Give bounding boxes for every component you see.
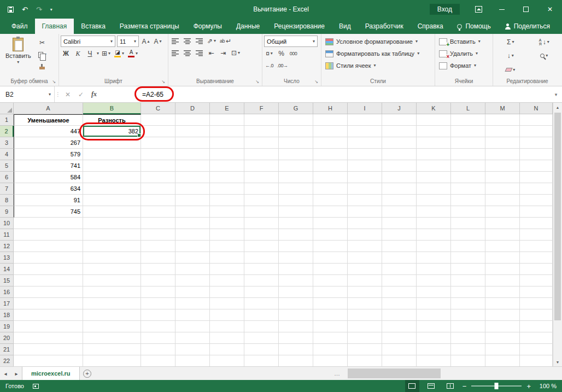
cell-F2[interactable] [244,126,279,137]
cell-L5[interactable] [451,160,485,172]
cell-N11[interactable] [520,229,553,241]
normal-view-button[interactable] [405,380,419,392]
cell-A13[interactable] [14,252,83,264]
cell-C15[interactable] [141,275,175,286]
fill-color-button[interactable]: ◪ ▾ [113,48,125,59]
cell-B7[interactable] [83,183,141,195]
cell-G12[interactable] [279,241,313,252]
cell-N5[interactable] [520,160,553,172]
cell-N4[interactable] [520,149,553,160]
cell-G20[interactable] [279,332,313,344]
cell-J11[interactable] [382,229,417,241]
bold-button[interactable]: Ж [61,48,71,59]
tab-scroll-splitter[interactable]: … [331,367,343,380]
cell-D18[interactable] [175,309,210,321]
cell-F1[interactable] [244,114,279,126]
cell-I11[interactable] [348,229,382,241]
cell-E21[interactable] [210,344,244,355]
column-header-F[interactable]: F [244,103,279,114]
insert-function-button[interactable]: fx [87,86,101,102]
cell-C2[interactable] [141,126,175,137]
cell-F7[interactable] [244,183,279,195]
sheet-nav-left-icon[interactable]: ◂ [0,367,11,380]
cell-I1[interactable] [348,114,382,126]
cell-G14[interactable] [279,264,313,275]
cell-D11[interactable] [175,229,210,241]
decrease-indent-button[interactable]: ⇤ [206,48,216,58]
cell-L2[interactable] [451,126,485,137]
cell-F11[interactable] [244,229,279,241]
cell-M15[interactable] [485,275,520,286]
font-dialog-launcher-icon[interactable]: ↘ [161,80,165,84]
cell-M19[interactable] [485,321,520,332]
save-icon[interactable] [8,7,14,13]
cell-F21[interactable] [244,344,279,355]
cell-E17[interactable] [210,298,244,309]
cell-B2[interactable]: 382 [83,126,141,137]
cell-I6[interactable] [348,172,382,183]
cell-H12[interactable] [313,241,348,252]
cell-D2[interactable] [175,126,210,137]
cell-K1[interactable] [417,114,451,126]
cell-J22[interactable] [382,355,417,366]
cell-I16[interactable] [348,286,382,298]
cell-E12[interactable] [210,241,244,252]
italic-button[interactable]: К [73,48,83,59]
sign-in-button[interactable]: Вход [430,4,460,15]
cell-D19[interactable] [175,321,210,332]
share-button[interactable]: Поделиться [500,22,555,30]
macro-record-icon[interactable] [33,384,39,389]
cell-E11[interactable] [210,229,244,241]
cell-B11[interactable] [83,229,141,241]
cell-J18[interactable] [382,309,417,321]
cell-E18[interactable] [210,309,244,321]
row-header-20[interactable]: 20 [0,332,14,344]
comma-style-button[interactable]: 000 [288,48,298,59]
cell-A5[interactable]: 741 [14,160,83,172]
zoom-level[interactable]: 100 % [536,383,557,389]
cell-D3[interactable] [175,137,210,149]
cell-G13[interactable] [279,252,313,264]
cell-A17[interactable] [14,298,83,309]
cell-B9[interactable] [83,206,141,218]
cell-K14[interactable] [417,264,451,275]
cell-B1[interactable]: Разность [83,114,141,126]
cell-K8[interactable] [417,195,451,206]
cell-H6[interactable] [313,172,348,183]
cell-F12[interactable] [244,241,279,252]
cell-A15[interactable] [14,275,83,286]
cell-B12[interactable] [83,241,141,252]
cell-G1[interactable] [279,114,313,126]
cell-J8[interactable] [382,195,417,206]
cell-A14[interactable] [14,264,83,275]
cell-N12[interactable] [520,241,553,252]
tab-insert[interactable]: Вставка [74,19,113,34]
cell-E7[interactable] [210,183,244,195]
cell-D10[interactable] [175,218,210,229]
cell-H2[interactable] [313,126,348,137]
cell-J6[interactable] [382,172,417,183]
column-header-I[interactable]: I [348,103,382,114]
format-cells-button[interactable]: Формат ▾ [437,60,491,72]
cell-M16[interactable] [485,286,520,298]
minimize-button[interactable] [490,0,514,19]
cell-H21[interactable] [313,344,348,355]
cell-A8[interactable]: 91 [14,195,83,206]
cell-K10[interactable] [417,218,451,229]
zoom-in-button[interactable]: + [526,383,531,390]
cell-L18[interactable] [451,309,485,321]
select-all-button[interactable] [0,103,14,114]
cell-M14[interactable] [485,264,520,275]
cell-J21[interactable] [382,344,417,355]
cell-F9[interactable] [244,206,279,218]
cell-M9[interactable] [485,206,520,218]
column-header-E[interactable]: E [210,103,244,114]
cell-J3[interactable] [382,137,417,149]
cell-C18[interactable] [141,309,175,321]
row-header-11[interactable]: 11 [0,229,14,241]
cell-L11[interactable] [451,229,485,241]
row-header-21[interactable]: 21 [0,344,14,355]
cell-B16[interactable] [83,286,141,298]
cell-G21[interactable] [279,344,313,355]
cell-L20[interactable] [451,332,485,344]
